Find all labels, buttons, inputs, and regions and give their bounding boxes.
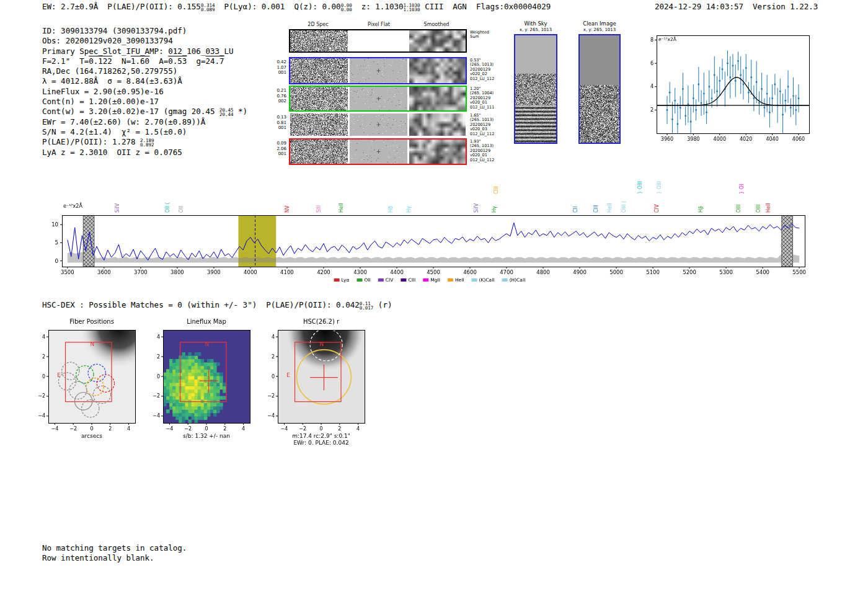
text-segment: Obs: 20200129v020_3090133794 xyxy=(42,36,173,45)
with-sky-cutout xyxy=(514,34,557,144)
stacked-uncertainty: 1.10301.1030 xyxy=(404,3,420,12)
text-segment: S/N = 4.2(±1.4) χ² = 1.5(±0.0) xyxy=(42,127,187,136)
info-line: λ = 4012.88Å σ = 8.84(±3.63)Å xyxy=(42,76,247,86)
spec2d-cell xyxy=(290,87,348,110)
text-segment: F=2.1" T= xyxy=(42,56,89,66)
text-segment: P(LAE)/P(OII): 1.278 xyxy=(42,137,140,146)
hsc-r-image-panel xyxy=(259,316,377,447)
info-line: Primary Spec_Slot_IFU_AMP: 012_106_033_L… xyxy=(42,47,247,56)
text-segment: A= xyxy=(149,56,168,66)
text-segment: Primary Spec_Slot_IFU_AMP: 012_106_033_L… xyxy=(42,47,234,56)
text-segment: λ = 4012.88Å σ = 8.84(±3.63)Å xyxy=(42,76,182,86)
cutout-row-source: 0.53" (265, 1013) 20200129 v020_02 012_L… xyxy=(470,58,510,81)
panel-coords: x, y: 265, 1013 xyxy=(513,27,558,32)
header-datetime-version: 2024-12-29 14:03:57 Version 1.22.3 xyxy=(655,2,818,11)
full-spectrum-plot xyxy=(36,167,814,289)
panel-coords: x, y: 265, 1013 xyxy=(577,27,622,32)
info-line: LyA z = 2.3010 OII z = 0.0765 xyxy=(42,148,247,158)
footer-note-2: Row intentionally blank. xyxy=(42,553,154,562)
clean-image-panel: Clean Imagex, y: 265, 1013 xyxy=(577,20,622,146)
text-segment: P(Lyα): 0.001 Q(z): 0.00 xyxy=(215,2,340,11)
info-line: S/N = 4.2(±1.4) χ² = 1.5(±0.0) xyxy=(42,127,247,137)
text-segment: Cont(n) = 1.20(±0.00)e-17 xyxy=(42,97,159,106)
emission-line-fit-plot xyxy=(642,28,815,149)
cutout-row xyxy=(289,57,467,84)
text-segment: EW: 2.7±0.9Å P(LAE)/P(OII): 0.155 xyxy=(42,2,201,11)
spec2d-cutout-grid: 2D SpecPixel FlatSmoothedWeighted Sum0.4… xyxy=(289,20,512,169)
smoothed-cell xyxy=(409,140,466,164)
info-line: ID: 3090133794 (3090133794.pdf) xyxy=(42,26,247,36)
lineflux-map-panel xyxy=(144,316,262,447)
cutout-row-metrics: 0.42 1.07 001 xyxy=(263,60,286,76)
info-line: Cont(w) = 3.20(±0.02)e-17 (gmag 20.45 20… xyxy=(42,107,247,117)
cutout-row-source: 1.65" (265. 1013) 20200129 v020_03 012_L… xyxy=(470,113,510,136)
cutout-row-source: 1.93" (265, 1013) 20200129 v020_01 012_L… xyxy=(470,140,510,162)
text-segment: EWr = 7.40(±2.60) (w: 2.70(±0.89))Å xyxy=(42,117,205,127)
cutout-row-source: 1.20" (265, 1004) 20200129 v020_01 012_L… xyxy=(470,87,510,110)
text-segment: CIII AGN Flags:0x00004029 xyxy=(420,2,551,11)
stacked-uncertainty: 0.3140.089 xyxy=(201,3,215,12)
text-segment: 24.7 xyxy=(205,56,224,66)
clean-image-cutout xyxy=(578,34,621,144)
info-line: Cont(n) = 1.20(±0.00)e-17 xyxy=(42,97,247,107)
cutout-col-header: Smoothed xyxy=(424,22,450,27)
pixelflat-cell xyxy=(350,87,407,110)
text-segment: N= xyxy=(112,56,131,66)
elixer-report-page: EW: 2.7±0.9Å P(LAE)/P(OII): 0.1550.3140.… xyxy=(0,0,868,591)
cutout-row xyxy=(289,29,467,53)
info-line: Obs: 20200129v020_3090133794 xyxy=(42,36,247,46)
cutout-row-metrics: 0.13 0.81 001 xyxy=(263,115,286,131)
text-segment: 0.53 xyxy=(168,56,187,66)
smoothed-cell xyxy=(409,58,466,83)
info-line: P(LAE)/P(OII): 1.278 2.1890.892 xyxy=(42,137,247,147)
header-stats-line: EW: 2.7±0.9Å P(LAE)/P(OII): 0.1550.3140.… xyxy=(42,2,551,12)
smoothed-cell xyxy=(409,113,466,136)
stacked-uncertainty: 0.110.017 xyxy=(360,301,374,310)
with-sky-panel: With Skyx, y: 265, 1013 xyxy=(513,20,558,146)
info-line: LineFlux = 2.90(±0.95)e-16 xyxy=(42,87,247,97)
info-line: EWr = 7.40(±2.60) (w: 2.70(±0.89))Å xyxy=(42,117,247,127)
text-segment: Cont(w) = 3.20(±0.02)e-17 (gmag 20.45 xyxy=(42,107,219,116)
text-segment: g= xyxy=(187,56,205,66)
pixelflat-cell xyxy=(350,30,407,51)
text-segment: HSC-DEX : Possible Matches = 0 (within +… xyxy=(42,300,360,309)
spec2d-cell xyxy=(290,58,348,83)
pixelflat-cell xyxy=(350,140,407,164)
cutout-col-header: 2D Spec xyxy=(308,22,328,27)
cutout-col-header: Pixel Flat xyxy=(368,22,390,27)
spec2d-cell xyxy=(290,140,348,164)
spec2d-cell xyxy=(290,113,348,136)
text-segment: 0.122 xyxy=(89,56,112,66)
footer-note-1: No matching targets in catalog. xyxy=(42,543,187,553)
stacked-uncertainty: 20.4520.44 xyxy=(219,108,234,117)
pixelflat-cell xyxy=(350,58,407,83)
text-segment: LyA z = 2.3010 OII z = 0.0765 xyxy=(42,148,182,157)
cutout-row xyxy=(289,86,467,112)
smoothed-cell xyxy=(409,30,466,51)
spec2d-cell xyxy=(290,30,348,51)
text-segment: 1.60 xyxy=(131,56,149,66)
cutout-row xyxy=(289,112,467,137)
panel-title: With Sky xyxy=(513,20,558,27)
pixelflat-cell xyxy=(350,113,407,136)
info-line: RA,Dec (164.718262,50.279755) xyxy=(42,66,247,76)
sky-image-panels: With Skyx, y: 265, 1013Clean Imagex, y: … xyxy=(513,20,625,151)
panel-title: Clean Image xyxy=(577,20,622,27)
text-segment: *) xyxy=(234,107,248,116)
hsc-dex-match-line: HSC-DEX : Possible Matches = 0 (within +… xyxy=(42,300,392,310)
detection-info-block: ID: 3090133794 (3090133794.pdf)Obs: 2020… xyxy=(42,26,247,158)
text-segment: ID: 3090133794 (3090133794.pdf) xyxy=(42,26,187,35)
cutout-row xyxy=(289,138,467,165)
cutout-row-metrics: 0.21 0.76 002 xyxy=(263,88,286,104)
text-segment: RA,Dec (164.718262,50.279755) xyxy=(42,66,177,76)
cutout-row-metrics: 0.09 2.06 001 xyxy=(263,141,286,157)
stacked-uncertainty: 0.000.00 xyxy=(341,3,352,12)
text-segment: z: 1.1030 xyxy=(352,2,404,11)
fiber-positions-panel xyxy=(30,316,148,447)
text-segment: LineFlux = 2.90(±0.95)e-16 xyxy=(42,87,164,96)
cutout-row-source: Weighted Sum xyxy=(470,30,510,40)
smoothed-cell xyxy=(409,87,466,110)
info-line: F=2.1" T=0.122 N=1.60 A=0.53 g=24.7 xyxy=(42,56,247,66)
text-segment: (r) xyxy=(373,300,392,309)
stacked-uncertainty: 2.1890.892 xyxy=(140,138,154,147)
